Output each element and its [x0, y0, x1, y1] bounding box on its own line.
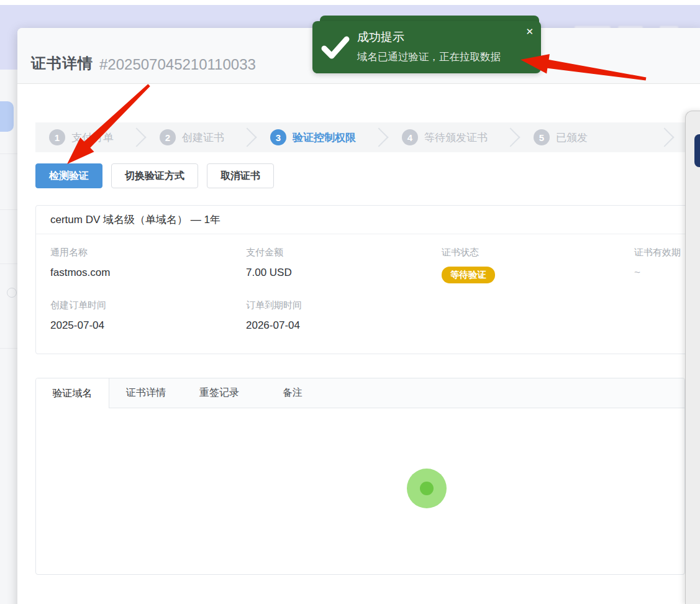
- check-verification-button[interactable]: 检测验证: [35, 163, 102, 188]
- step-number: 1: [49, 129, 65, 145]
- chevron-separator-icon: [237, 127, 257, 147]
- background-radio-circle: [7, 288, 17, 298]
- step-number: 4: [402, 129, 418, 145]
- toast-title: 成功提示: [357, 29, 404, 45]
- field-cert-status: 证书状态 等待验证: [442, 247, 634, 283]
- step-create-cert: 2 创建证书: [160, 129, 224, 145]
- field-value: fastmos.com: [50, 267, 246, 279]
- step-number: 2: [160, 129, 176, 145]
- step-label: 验证控制权限: [293, 130, 356, 145]
- field-cert-validity: 证书有效期 ~: [634, 247, 691, 283]
- chevron-separator-icon: [127, 127, 146, 147]
- step-verify-control: 3 验证控制权限: [270, 129, 356, 145]
- loading-spinner: [407, 469, 447, 508]
- status-badge: 等待验证: [442, 267, 495, 283]
- product-title: certum DV 域名级（单域名） — 1年: [36, 206, 691, 234]
- field-label: 通用名称: [50, 247, 246, 259]
- step-await-issue: 4 等待颁发证书: [402, 129, 488, 145]
- step-label: 等待颁发证书: [424, 130, 488, 145]
- chevron-separator-icon: [501, 127, 520, 147]
- chevron-separator-icon: [369, 127, 388, 147]
- page-top-strip: [0, 0, 700, 5]
- order-id: #202507045210110033: [99, 56, 256, 73]
- field-paid-amount: 支付金额 7.00 USD: [246, 247, 442, 283]
- field-common-name: 通用名称 fastmos.com: [50, 247, 246, 283]
- background-sidebar-active-item: [0, 101, 14, 132]
- step-issued: 5 已颁发: [534, 129, 588, 145]
- step-number: 5: [534, 129, 550, 145]
- tab-cert-details[interactable]: 证书详情: [109, 378, 183, 408]
- field-value: 2026-07-04: [246, 319, 442, 332]
- tab-strip: 验证域名 证书详情 重签记录 备注: [36, 378, 684, 408]
- step-label: 创建证书: [182, 130, 224, 145]
- tab-resign-records[interactable]: 重签记录: [183, 378, 256, 408]
- close-icon[interactable]: ✕: [525, 26, 534, 37]
- field-label: 订单到期时间: [246, 300, 442, 311]
- field-label: 创建订单时间: [50, 300, 246, 311]
- check-icon: [321, 35, 350, 60]
- toast-message: 域名已通过验证，正在拉取数据: [357, 50, 501, 64]
- step-label: 已颁发: [556, 130, 588, 145]
- field-label: 证书有效期: [634, 247, 691, 259]
- field-value: 7.00 USD: [246, 267, 442, 279]
- step-wizard: 1 支付订单 2 创建证书 3 验证控制权限 4 等待颁发证书 5 已颁发: [35, 122, 685, 152]
- success-toast: 成功提示 域名已通过验证，正在拉取数据 ✕: [312, 21, 541, 73]
- step-number: 3: [270, 129, 286, 145]
- tab-verify-domain[interactable]: 验证域名: [36, 378, 109, 408]
- background-divider: [0, 348, 17, 349]
- background-divider: [0, 263, 17, 264]
- tab-notes[interactable]: 备注: [256, 378, 329, 408]
- switch-verification-method-button[interactable]: 切换验证方式: [111, 163, 198, 188]
- detail-tabs-panel: 验证域名 证书详情 重签记录 备注: [35, 378, 685, 575]
- background-divider: [0, 209, 17, 210]
- field-label: 支付金额: [246, 247, 442, 259]
- field-label: 证书状态: [442, 247, 634, 259]
- certificate-info-card: certum DV 域名级（单域名） — 1年 通用名称 fastmos.com…: [35, 205, 691, 354]
- field-value: 2025-07-04: [50, 319, 246, 332]
- field-value: 等待验证: [442, 267, 634, 283]
- certificate-fields: 通用名称 fastmos.com 支付金额 7.00 USD 证书状态 等待验证…: [36, 234, 691, 348]
- field-value: ~: [634, 267, 691, 279]
- loading-spinner-core: [420, 482, 434, 495]
- certificate-detail-modal: 证书详情 #202507045210110033 1 支付订单 2 创建证书 3…: [17, 28, 700, 604]
- field-order-created: 创建订单时间 2025-07-04: [50, 300, 246, 332]
- drawer-button[interactable]: [694, 134, 700, 167]
- field-order-expiry: 订单到期时间 2026-07-04: [246, 300, 442, 332]
- step-pay-order: 1 支付订单: [49, 129, 114, 145]
- background-divider: [0, 153, 17, 154]
- modal-title: 证书详情: [31, 53, 93, 73]
- action-button-row: 检测验证 切换验证方式 取消证书: [35, 163, 274, 188]
- side-drawer-edge: [685, 111, 700, 604]
- step-label: 支付订单: [71, 130, 114, 145]
- cancel-certificate-button[interactable]: 取消证书: [207, 163, 274, 188]
- chevron-separator-icon: [655, 127, 674, 147]
